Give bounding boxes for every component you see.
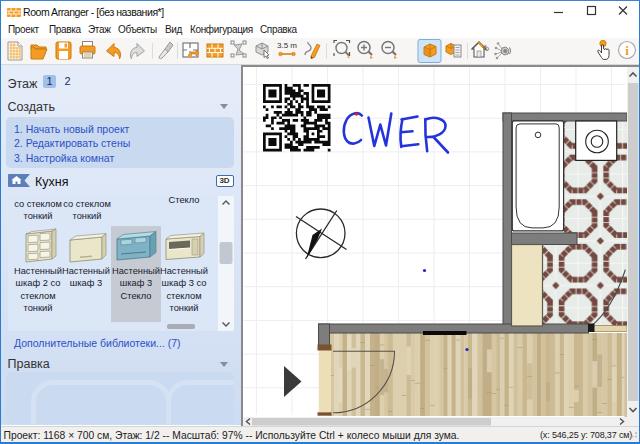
svg-text:3.5 m: 3.5 m xyxy=(277,41,297,50)
svg-text:i: i xyxy=(625,43,629,58)
